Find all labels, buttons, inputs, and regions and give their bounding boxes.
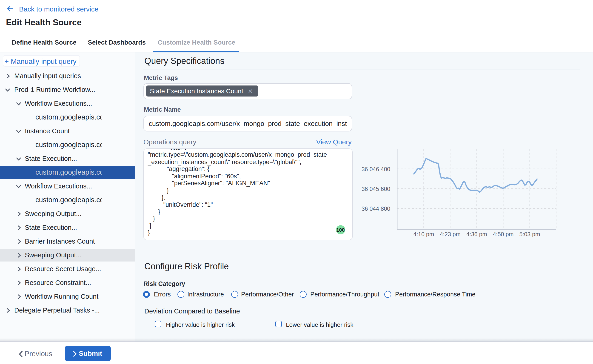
svg-text:36 046 400: 36 046 400 [362, 166, 390, 172]
svg-text:36 044 800: 36 044 800 [362, 205, 390, 212]
svg-text:36 045 600: 36 045 600 [362, 186, 390, 192]
svg-text:4:50 pm: 4:50 pm [493, 231, 514, 237]
svg-text:4:10 pm: 4:10 pm [413, 231, 434, 237]
svg-text:4:36 pm: 4:36 pm [466, 231, 487, 237]
svg-text:5:03 pm: 5:03 pm [519, 231, 540, 237]
svg-text:4:23 pm: 4:23 pm [440, 231, 460, 237]
